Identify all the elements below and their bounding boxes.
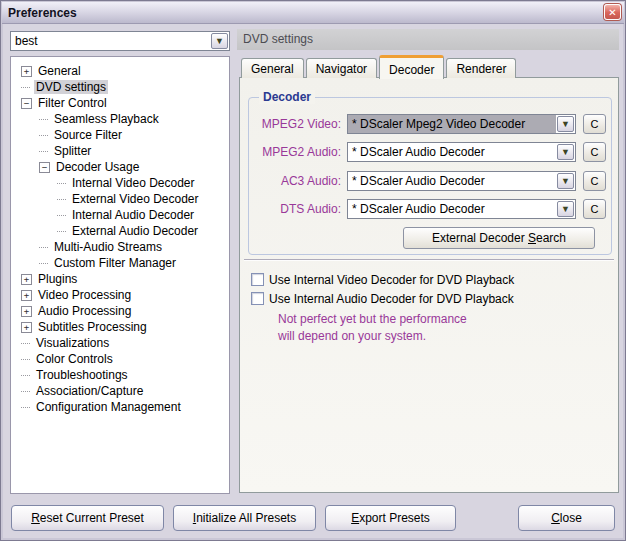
tree-item-decoder-usage[interactable]: −Decoder Usage (11, 159, 229, 175)
tree-item-internal-video-decoder[interactable]: Internal Video Decoder (11, 175, 229, 191)
tree-item-label: Seamless Playback (52, 112, 161, 126)
mpeg2-video-label: MPEG2 Video: (255, 117, 341, 131)
ac3-audio-combo[interactable]: * DScaler Audio Decoder ▼ (347, 171, 576, 191)
expand-plus-icon[interactable]: + (21, 290, 32, 301)
mpeg2-audio-row: MPEG2 Audio: * DScaler Audio Decoder ▼ C (255, 142, 605, 162)
expand-plus-icon[interactable]: + (21, 306, 32, 317)
tree-item-visualizations[interactable]: Visualizations (11, 335, 229, 351)
tab-renderer[interactable]: Renderer (446, 58, 516, 78)
configure-mpeg2-video-button[interactable]: C (583, 114, 606, 134)
tree-item-label: Internal Video Decoder (70, 176, 197, 190)
tree-branch-line (39, 151, 48, 152)
tree-item-filter-control[interactable]: −Filter Control (11, 95, 229, 111)
tree-item-label: External Video Decoder (70, 192, 201, 206)
preset-combo-value: best (11, 32, 210, 50)
separator-line (244, 259, 614, 261)
button-label: xport Presets (359, 511, 430, 525)
chevron-down-icon[interactable]: ▼ (557, 116, 574, 132)
internal-video-decoder-checkbox[interactable] (251, 273, 264, 286)
tree-item-general[interactable]: +General (11, 63, 229, 79)
tree-item-label: General (36, 64, 83, 78)
preferences-dialog: Preferences ✕ best ▼ +General DVD settin… (0, 0, 626, 541)
tree-item-label: Source Filter (52, 128, 124, 142)
tree-item-label: Subtitles Processing (36, 320, 149, 334)
dts-audio-row: DTS Audio: * DScaler Audio Decoder ▼ C (255, 199, 605, 219)
configure-mpeg2-audio-button[interactable]: C (583, 142, 606, 162)
decoder-groupbox: Decoder MPEG2 Video: * DScaler Mpeg2 Vid… (248, 97, 612, 255)
close-button[interactable]: ✕ (604, 4, 621, 20)
combo-value: * DScaler Mpeg2 Video Decoder (348, 115, 556, 133)
tree-item-external-audio-decoder[interactable]: External Audio Decoder (11, 223, 229, 239)
mpeg2-audio-combo[interactable]: * DScaler Audio Decoder ▼ (347, 142, 576, 162)
tree-item-dvd-settings[interactable]: DVD settings (11, 79, 229, 95)
reset-current-preset-button[interactable]: Reset Current Preset (11, 505, 164, 531)
chevron-down-icon[interactable]: ▼ (557, 144, 574, 160)
tree-branch-line (21, 359, 30, 360)
tree-item-splitter[interactable]: Splitter (11, 143, 229, 159)
tree-item-internal-audio-decoder[interactable]: Internal Audio Decoder (11, 207, 229, 223)
tab-navigator[interactable]: Navigator (306, 58, 377, 78)
performance-note: Not perfect yet but the performance will… (278, 311, 467, 345)
preset-combo[interactable]: best ▼ (10, 31, 230, 51)
checkbox-label: Use Internal Audio Decoder for DVD Playb… (269, 292, 514, 306)
tree-item-plugins[interactable]: +Plugins (11, 271, 229, 287)
chevron-down-icon[interactable]: ▼ (557, 201, 574, 217)
tree-item-source-filter[interactable]: Source Filter (11, 127, 229, 143)
expand-plus-icon[interactable]: + (21, 66, 32, 77)
tree-branch-line (21, 407, 30, 408)
tree-item-troubleshootings[interactable]: Troubleshootings (11, 367, 229, 383)
dts-audio-combo[interactable]: * DScaler Audio Decoder ▼ (347, 199, 576, 219)
tree-item-custom-filter-manager[interactable]: Custom Filter Manager (11, 255, 229, 271)
chevron-down-icon[interactable]: ▼ (211, 33, 228, 49)
tree-item-external-video-decoder[interactable]: External Video Decoder (11, 191, 229, 207)
tree-branch-line (21, 375, 30, 376)
mpeg2-video-combo[interactable]: * DScaler Mpeg2 Video Decoder ▼ (347, 114, 576, 134)
tab-general[interactable]: General (241, 58, 304, 78)
tree-branch-line (39, 119, 48, 120)
tree-branch-line (39, 263, 48, 264)
settings-tree: +General DVD settings −Filter Control Se… (10, 56, 230, 494)
configure-dts-audio-button[interactable]: C (583, 199, 606, 219)
internal-audio-decoder-checkbox[interactable] (251, 292, 264, 305)
tree-item-label: Custom Filter Manager (52, 256, 178, 270)
close-icon: ✕ (608, 7, 616, 18)
tree-item-subtitles-processing[interactable]: +Subtitles Processing (11, 319, 229, 335)
tree-item-label: Configuration Management (34, 400, 183, 414)
internal-audio-decoder-row: Use Internal Audio Decoder for DVD Playb… (251, 289, 514, 308)
tree-item-multi-audio-streams[interactable]: Multi-Audio Streams (11, 239, 229, 255)
mpeg2-audio-label: MPEG2 Audio: (255, 145, 341, 159)
button-mnemonic: C (551, 511, 560, 525)
tree-branch-line (39, 247, 48, 248)
tab-decoder[interactable]: Decoder (379, 55, 444, 79)
close-dialog-button[interactable]: Close (518, 505, 615, 531)
tree-item-association-capture[interactable]: Association/Capture (11, 383, 229, 399)
title-bar[interactable]: Preferences (2, 2, 624, 24)
button-label: External Decoder (432, 231, 528, 245)
tree-item-configuration-management[interactable]: Configuration Management (11, 399, 229, 415)
tree-item-label: Visualizations (34, 336, 111, 350)
tree-branch-line (21, 391, 30, 392)
tree-item-audio-processing[interactable]: +Audio Processing (11, 303, 229, 319)
button-mnemonic: E (351, 511, 359, 525)
tree-item-label: Splitter (52, 144, 93, 158)
tree-item-label: Multi-Audio Streams (52, 240, 164, 254)
combo-value: * DScaler Audio Decoder (348, 200, 556, 218)
expand-plus-icon[interactable]: + (21, 274, 32, 285)
tree-item-color-controls[interactable]: Color Controls (11, 351, 229, 367)
collapse-minus-icon[interactable]: − (39, 162, 50, 173)
window-title: Preferences (8, 6, 77, 20)
external-decoder-search-button[interactable]: External Decoder Search (403, 227, 595, 249)
initialize-all-presets-button[interactable]: Initialize All Presets (173, 505, 316, 531)
combo-value: * DScaler Audio Decoder (348, 143, 556, 161)
tree-item-video-processing[interactable]: +Video Processing (11, 287, 229, 303)
collapse-minus-icon[interactable]: − (21, 98, 32, 109)
internal-video-decoder-row: Use Internal Video Decoder for DVD Playb… (251, 270, 514, 289)
tree-branch-line (21, 87, 30, 88)
expand-plus-icon[interactable]: + (21, 322, 32, 333)
export-presets-button[interactable]: Export Presets (325, 505, 456, 531)
configure-ac3-audio-button[interactable]: C (583, 171, 606, 191)
tree-item-seamless-playback[interactable]: Seamless Playback (11, 111, 229, 127)
tree-item-label: Decoder Usage (54, 160, 141, 174)
tree-branch-line (57, 183, 66, 184)
chevron-down-icon[interactable]: ▼ (557, 173, 574, 189)
